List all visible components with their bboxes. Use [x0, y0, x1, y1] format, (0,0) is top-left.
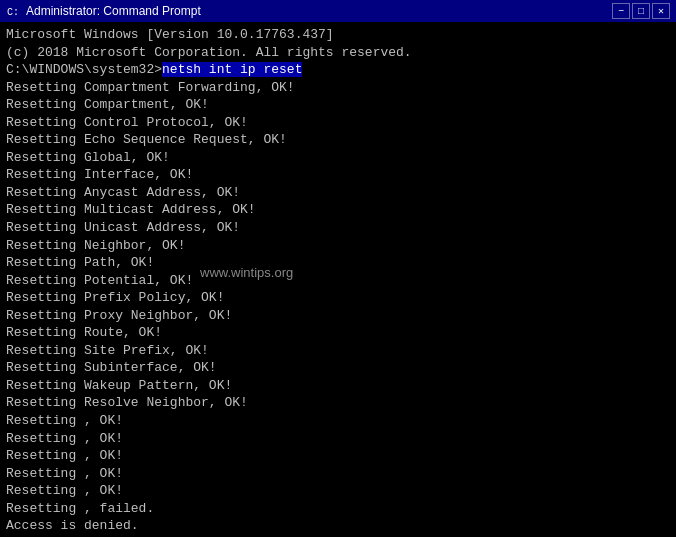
console-line: Resetting Compartment Forwarding, OK!: [6, 79, 670, 97]
console-line: Access is denied.: [6, 517, 670, 535]
console-line: Resetting , OK!: [6, 482, 670, 500]
console-line: Resetting Compartment, OK!: [6, 96, 670, 114]
console-line: Resetting Site Prefix, OK!: [6, 342, 670, 360]
console-body: Microsoft Windows [Version 10.0.17763.43…: [0, 22, 676, 537]
console-line: Resetting Prefix Policy, OK!: [6, 289, 670, 307]
cmd-icon: C:: [6, 4, 20, 18]
console-line: Microsoft Windows [Version 10.0.17763.43…: [6, 26, 670, 44]
console-line: C:\WINDOWS\system32>netsh int ip reset: [6, 61, 670, 79]
title-bar: C: Administrator: Command Prompt − □ ✕: [0, 0, 676, 22]
console-line: Resetting Path, OK!: [6, 254, 670, 272]
console-line: (c) 2018 Microsoft Corporation. All righ…: [6, 44, 670, 62]
console-line: Resetting Control Protocol, OK!: [6, 114, 670, 132]
console-line: Resetting Proxy Neighbor, OK!: [6, 307, 670, 325]
console-line: Resetting Subinterface, OK!: [6, 359, 670, 377]
console-line: Resetting Resolve Neighbor, OK!: [6, 394, 670, 412]
title-bar-buttons: − □ ✕: [612, 3, 670, 19]
console-line: Resetting Wakeup Pattern, OK!: [6, 377, 670, 395]
console-line: Resetting , OK!: [6, 465, 670, 483]
console-line: Resetting Anycast Address, OK!: [6, 184, 670, 202]
console-line: Resetting Unicast Address, OK!: [6, 219, 670, 237]
console-line: Resetting , OK!: [6, 430, 670, 448]
console-line: Resetting Echo Sequence Request, OK!: [6, 131, 670, 149]
maximize-button[interactable]: □: [632, 3, 650, 19]
console-line: Resetting , failed.: [6, 500, 670, 518]
title-bar-text: Administrator: Command Prompt: [26, 4, 606, 18]
console-line: Resetting , OK!: [6, 447, 670, 465]
console-line: Resetting Global, OK!: [6, 149, 670, 167]
close-button[interactable]: ✕: [652, 3, 670, 19]
svg-text:C:: C:: [7, 7, 19, 18]
console-line: Resetting Multicast Address, OK!: [6, 201, 670, 219]
console-line: Resetting Neighbor, OK!: [6, 237, 670, 255]
console-line: Resetting , OK!: [6, 412, 670, 430]
console-line: Resetting Route, OK!: [6, 324, 670, 342]
console-line: Resetting Potential, OK!: [6, 272, 670, 290]
console-line: Resetting Interface, OK!: [6, 166, 670, 184]
minimize-button[interactable]: −: [612, 3, 630, 19]
